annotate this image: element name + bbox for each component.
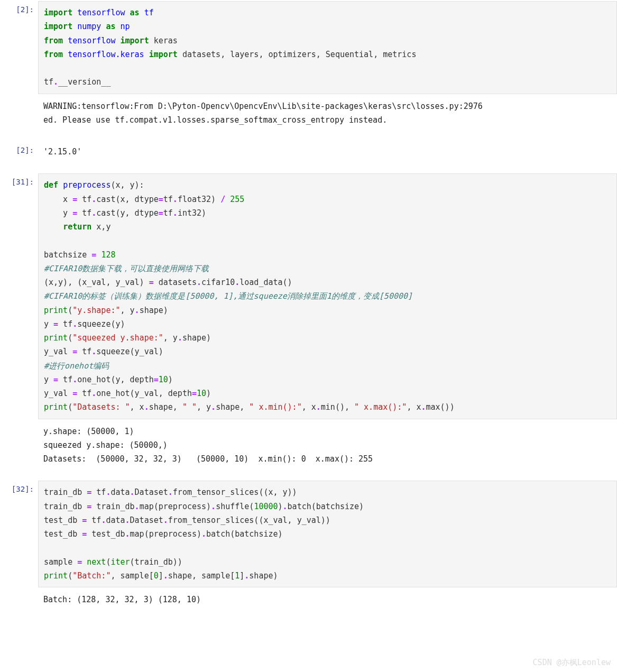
code-cell: [32]: train_db = tf.data.Dataset.from_te… <box>0 480 617 588</box>
output-text: WARNING:tensorflow:From D:\Pyton-Opencv\… <box>43 99 612 127</box>
output-cell: y.shape: (50000, 1) squeezed y.shape: (5… <box>0 420 617 471</box>
code-cell: [31]: def preprocess(x, y): x = tf.cast(… <box>0 172 617 420</box>
code-content: def preprocess(x, y): x = tf.cast(x, dty… <box>44 178 611 414</box>
code-cell: [2]: import tensorflow as tf import nump… <box>0 0 617 95</box>
output-prompt: [2]: <box>0 141 38 154</box>
input-prompt: [32]: <box>0 480 38 493</box>
output-cell: WARNING:tensorflow:From D:\Pyton-Opencv\… <box>0 95 617 132</box>
stdout-output: y.shape: (50000, 1) squeezed y.shape: (5… <box>38 421 617 470</box>
empty-prompt <box>0 420 38 426</box>
code-content: train_db = tf.data.Dataset.from_tensor_s… <box>44 485 611 583</box>
code-input[interactable]: def preprocess(x, y): x = tf.cast(x, dty… <box>38 173 617 419</box>
stderr-output: WARNING:tensorflow:From D:\Pyton-Opencv\… <box>38 96 617 131</box>
input-prompt: [2]: <box>0 0 38 14</box>
code-input[interactable]: import tensorflow as tf import numpy as … <box>38 1 617 94</box>
result-output: '2.15.0' <box>38 142 617 162</box>
input-prompt: [31]: <box>0 172 38 186</box>
result-text: '2.15.0' <box>43 145 612 159</box>
stdout-output: Batch: (128, 32, 32, 3) (128, 10) <box>38 590 617 610</box>
output-text: y.shape: (50000, 1) squeezed y.shape: (5… <box>43 425 612 466</box>
empty-prompt <box>0 588 38 594</box>
code-input[interactable]: train_db = tf.data.Dataset.from_tensor_s… <box>38 481 617 587</box>
empty-prompt <box>0 95 38 100</box>
code-content: import tensorflow as tf import numpy as … <box>44 6 611 89</box>
output-text: Batch: (128, 32, 32, 3) (128, 10) <box>43 593 612 606</box>
output-cell: Batch: (128, 32, 32, 3) (128, 10) <box>0 588 617 611</box>
result-cell: [2]: '2.15.0' <box>0 141 617 163</box>
